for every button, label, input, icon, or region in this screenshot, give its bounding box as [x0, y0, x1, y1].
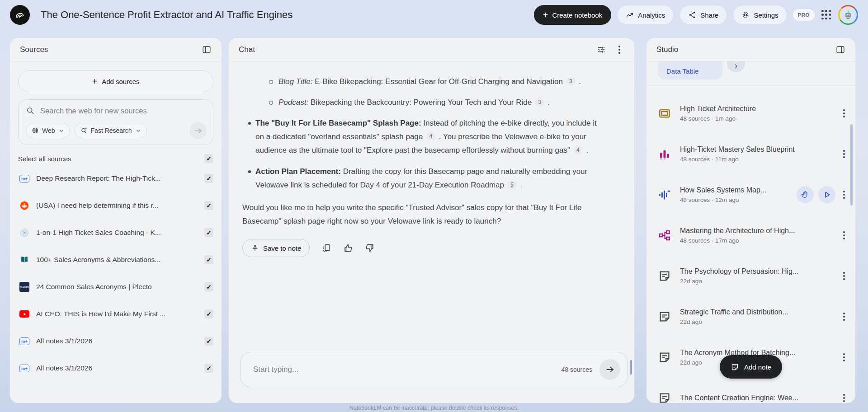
citation-badge[interactable]: 3	[535, 98, 544, 107]
note-icon	[657, 350, 672, 365]
studio-item-menu-icon[interactable]	[839, 393, 849, 403]
plecto-icon: PLECTO	[19, 281, 30, 292]
app-header: The One-Sentence Profit Extractor and AI…	[0, 0, 868, 30]
studio-item-menu-icon[interactable]	[839, 190, 849, 200]
source-list-item[interactable]: 1-on-1 High Ticket Sales Coaching - K...…	[10, 219, 222, 246]
chat-input[interactable]	[253, 365, 561, 374]
chat-text: .	[577, 77, 581, 86]
play-button[interactable]	[818, 186, 835, 203]
notebooklm-app: The One-Sentence Profit Extractor and AI…	[0, 0, 868, 412]
chat-menu-icon[interactable]	[614, 45, 624, 55]
citation-badge[interactable]: 3	[566, 77, 576, 86]
apps-grid-icon[interactable]	[821, 9, 832, 21]
studio-list-item[interactable]: The Content Creation Engine: Wee...	[646, 378, 855, 403]
user-avatar[interactable]	[838, 5, 858, 25]
collapse-panel-icon[interactable]	[202, 45, 212, 55]
chat-scrollbar-thumb[interactable]	[630, 360, 632, 375]
notebooklm-logo-icon[interactable]	[10, 5, 30, 25]
source-checkbox[interactable]: ✓	[204, 282, 213, 291]
search-submit-button[interactable]	[189, 122, 207, 139]
thumbs-up-icon[interactable]	[343, 243, 353, 253]
expand-panel-icon[interactable]	[835, 45, 845, 55]
studio-item-title: The Psychology of Persuasion: Hig...	[680, 267, 839, 276]
send-button[interactable]	[599, 359, 620, 380]
studio-item-menu-icon[interactable]	[839, 149, 849, 159]
source-checkbox[interactable]: ✓	[204, 174, 213, 183]
settings-label: Settings	[754, 11, 778, 19]
source-checkbox[interactable]: ✓	[204, 309, 213, 318]
tune-icon[interactable]	[596, 45, 606, 55]
source-list-item[interactable]: AI CEO: THIS is How I'd Make My First ..…	[10, 300, 222, 328]
analytics-button[interactable]: Analytics	[617, 5, 674, 25]
flowchart-icon	[657, 228, 672, 243]
citation-badge[interactable]: 5	[508, 180, 517, 189]
studio-list-item[interactable]: Strategic Traffic and Distribution...22d…	[646, 296, 855, 337]
citation-badge[interactable]: 4	[574, 145, 583, 154]
note-icon	[657, 391, 672, 403]
sources-panel-title: Sources	[20, 45, 48, 54]
source-checkbox[interactable]: ✓	[204, 255, 213, 264]
data-table-chip[interactable]: Data Table	[658, 61, 722, 80]
settings-button[interactable]: Settings	[733, 5, 787, 25]
chat-text: .	[584, 146, 588, 154]
web-filter-dropdown[interactable]: Web	[26, 123, 70, 138]
add-note-button[interactable]: Add note	[720, 355, 782, 379]
sources-count: 48 sources	[561, 366, 592, 373]
reddit-icon	[19, 200, 30, 211]
chat-text: The "Buy It For Life Basecamp" Splash Pa…	[255, 119, 421, 127]
studio-item-text: The Psychology of Persuasion: Hig...22d …	[680, 267, 839, 285]
add-sources-button[interactable]: + Add sources	[18, 70, 213, 92]
barchart-icon	[657, 147, 672, 161]
chat-sub-bullet: Blog Title: E-Bike Bikepacking: Essentia…	[242, 75, 597, 89]
source-list-item[interactable]: m+Deep Research Report: The High-Tick...…	[10, 165, 222, 192]
studio-item-menu-icon[interactable]	[839, 230, 849, 240]
source-checkbox[interactable]: ✓	[204, 364, 213, 373]
pin-icon	[251, 244, 259, 252]
disclaimer-text: NotebookLM can be inaccurate; please dou…	[0, 405, 868, 411]
source-list-item[interactable]: PLECTO24 Common Sales Acronyms | Plecto✓	[10, 273, 222, 300]
select-all-checkbox[interactable]: ✓	[204, 154, 213, 163]
search-icon	[26, 106, 35, 115]
citation-badge[interactable]: 4	[426, 132, 435, 141]
studio-item-menu-icon[interactable]	[839, 271, 849, 281]
studio-list-item[interactable]: The Psychology of Persuasion: Hig...22d …	[646, 256, 855, 296]
globe-icon	[32, 127, 39, 134]
studio-item-menu-icon[interactable]	[839, 312, 849, 322]
source-checkbox[interactable]: ✓	[204, 337, 213, 346]
studio-list-item[interactable]: High Ticket Architecture48 sources · 1m …	[646, 93, 855, 134]
studio-item-text: The Content Creation Engine: Wee...	[680, 394, 839, 402]
studio-item-menu-icon[interactable]	[839, 352, 849, 362]
notebooklm-note-icon: m+	[19, 363, 30, 374]
source-list-item[interactable]: m+All notes 3/1/2026✓	[10, 328, 222, 355]
chat-text: Would you like me to help you write the …	[242, 203, 581, 225]
copy-icon[interactable]	[321, 243, 331, 253]
web-search-box: Web Fast Research	[18, 99, 213, 145]
interactive-button[interactable]	[797, 186, 814, 203]
studio-item-menu-icon[interactable]	[839, 108, 849, 118]
studio-list-item[interactable]: High-Ticket Mastery Sales Blueprint48 so…	[646, 134, 855, 174]
studio-list-item[interactable]: How Sales Systems Map...48 sources · 12m…	[646, 174, 855, 215]
frame-icon	[657, 106, 672, 121]
share-icon	[688, 11, 696, 19]
source-list-item[interactable]: 100+ Sales Acronyms & Abbreviations...✓	[10, 246, 222, 273]
plus-icon: +	[543, 10, 548, 19]
message-actions: Save to note	[242, 239, 634, 257]
studio-item-text: Strategic Traffic and Distribution...22d…	[680, 308, 839, 325]
studio-list-item[interactable]: Mastering the Architecture of High...48 …	[646, 215, 855, 256]
create-notebook-button[interactable]: + Create notebook	[534, 5, 612, 25]
chevron-right-icon[interactable]	[727, 61, 745, 72]
share-button[interactable]: Share	[679, 5, 727, 25]
chat-body: Blog Title: E-Bike Bikepacking: Essentia…	[229, 61, 634, 403]
save-to-note-button[interactable]: Save to note	[242, 239, 310, 257]
studio-item-meta: 48 sources · 12m ago	[680, 197, 794, 203]
studio-item-title: High-Ticket Mastery Sales Blueprint	[680, 145, 839, 154]
studio-item-meta: 22d ago	[680, 318, 839, 325]
studio-scrollbar-thumb[interactable]	[850, 124, 853, 206]
source-list-item[interactable]: (USA) I need help determining if this r.…	[10, 192, 222, 219]
source-list-item[interactable]: m+All notes 3/1/2026✓	[10, 355, 222, 382]
source-checkbox[interactable]: ✓	[204, 201, 213, 210]
search-input[interactable]	[40, 107, 207, 115]
thumbs-down-icon[interactable]	[365, 243, 375, 253]
research-mode-dropdown[interactable]: Fast Research	[75, 123, 147, 138]
source-checkbox[interactable]: ✓	[204, 228, 213, 237]
